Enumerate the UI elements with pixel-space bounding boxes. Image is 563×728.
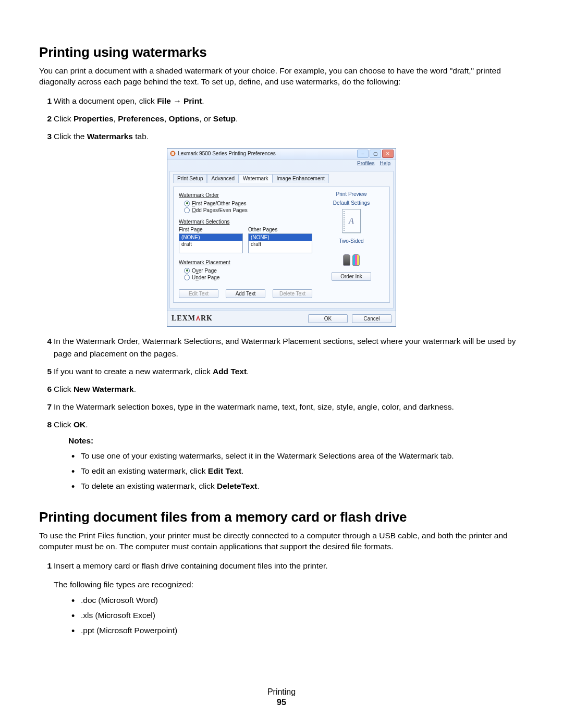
dialog-title: Lexmark 9500 Series Printing Preferences [178, 151, 355, 156]
file-types-list: .doc (Microsoft Word) .xls (Microsoft Ex… [54, 594, 524, 637]
cancel-button[interactable]: Cancel [352, 314, 391, 323]
bold-text: File [157, 96, 171, 105]
bold-text: Preferences [118, 114, 164, 123]
step-text: Click the [54, 132, 87, 141]
col-label: First Page [179, 227, 243, 232]
tab-advanced[interactable]: Advanced [207, 174, 238, 183]
ink-icons [343, 254, 360, 266]
radio-odd-even[interactable]: Odd Pages/Even Pages [179, 207, 312, 214]
list-item: .doc (Microsoft Word) [68, 594, 524, 607]
maximize-button[interactable]: ▢ [370, 150, 381, 158]
list-item[interactable]: (NONE) [179, 234, 242, 241]
profiles-link[interactable]: Profiles [357, 161, 374, 169]
radio-label: Odd Pages/Even Pages [192, 207, 248, 213]
list-text: .xls (Microsoft Excel) [81, 611, 155, 620]
step-text: tab. [133, 132, 149, 141]
step-text: . [247, 367, 249, 376]
default-settings-link[interactable]: Default Settings [333, 200, 370, 206]
step-number: 5 [41, 365, 52, 378]
help-link[interactable]: Help [380, 161, 390, 169]
print-preview-link[interactable]: Print Preview [336, 191, 367, 197]
list-text: .doc (Microsoft Word) [81, 596, 158, 604]
step-text: . [85, 420, 88, 429]
steps-list-1-cont: 4 In the Watermark Order, Watermark Sele… [39, 335, 524, 431]
note-text: To use one of your existing watermarks, … [81, 451, 454, 460]
edit-text-button[interactable]: Edit Text [179, 289, 218, 298]
order-ink-button[interactable]: Order Ink [332, 272, 371, 281]
listbox-other-pages[interactable]: (NONE) draft [248, 233, 312, 253]
steps-list-2: 1 Insert a memory card or flash drive co… [39, 560, 524, 637]
ink-black-icon [343, 254, 350, 266]
listbox-first-page[interactable]: (NONE) draft [179, 233, 243, 253]
heading-watermarks: Printing using watermarks [39, 44, 524, 60]
step-number: 1 [41, 95, 52, 107]
step-3: 3 Click the Watermarks tab. [39, 130, 524, 143]
dialog-screenshot: Lexmark 9500 Series Printing Preferences… [39, 148, 524, 327]
watermark-button-row: Edit Text Add Text Delete Text [179, 289, 312, 298]
arrow-icon: → [171, 96, 183, 105]
minimize-button[interactable]: – [357, 150, 369, 158]
ok-button[interactable]: OK [308, 314, 348, 323]
step-text: Click [54, 420, 74, 429]
list-item[interactable]: (NONE) [249, 234, 312, 241]
step-number: 6 [41, 383, 52, 396]
step-text: In the Watermark selection boxes, type i… [54, 402, 454, 411]
page-preview-icon: A [342, 209, 361, 233]
document-page: Printing using watermarks You can print … [0, 0, 563, 728]
bold-text: OK [74, 420, 85, 429]
dialog-footer-buttons: OK Cancel [308, 314, 391, 323]
step-1b: 1 Insert a memory card or flash drive co… [39, 560, 524, 637]
window-controls: – ▢ ✕ [357, 150, 394, 158]
page-number: 95 [0, 698, 563, 707]
bold-text: Properties [74, 114, 114, 123]
tab-print-setup[interactable]: Print Setup [173, 174, 207, 183]
notes-label: Notes: [68, 436, 524, 446]
footer-label: Printing [0, 687, 563, 697]
note-item: To use one of your existing watermarks, … [68, 450, 524, 462]
list-item[interactable]: draft [179, 241, 242, 248]
radio-under-page[interactable]: Under Page [179, 274, 312, 281]
step-2: 2 Click Properties, Preferences, Options… [39, 113, 524, 125]
tab-panel-watermark: Watermark Order First Page/Other Pages O… [173, 187, 390, 303]
list-item: .ppt (Microsoft Powerpoint) [68, 624, 524, 637]
panel-right: Print Preview Default Settings A Two-Sid… [319, 191, 384, 298]
radio-first-other[interactable]: First Page/Other Pages [179, 200, 312, 207]
bold-text: Add Text [213, 367, 247, 376]
step-6: 6 Click New Watermark. [39, 383, 524, 396]
tab-image-enhancement[interactable]: Image Enhancement [273, 174, 329, 183]
step-7: 7 In the Watermark selection boxes, type… [39, 401, 524, 413]
step-text: Click [54, 114, 74, 123]
close-button[interactable]: ✕ [382, 150, 394, 158]
group-title-selections: Watermark Selections [179, 219, 312, 225]
brand-part2: RK [201, 314, 213, 322]
dialog-footer: LEXMRK OK Cancel [167, 311, 396, 326]
step-1: 1 With a document open, click File → Pri… [39, 95, 524, 107]
radio-icon [184, 275, 190, 280]
dialog-body: Print Setup Advanced Watermark Image Enh… [169, 171, 394, 309]
radio-icon [184, 207, 190, 213]
two-sided-link[interactable]: Two-Sided [339, 238, 363, 244]
step-text: . [236, 114, 238, 123]
note-text: To edit an existing watermark, click [81, 466, 208, 475]
printing-preferences-dialog: Lexmark 9500 Series Printing Preferences… [167, 148, 396, 327]
tab-watermark[interactable]: Watermark [239, 174, 273, 183]
radio-icon [184, 268, 190, 274]
list-item[interactable]: draft [249, 241, 312, 248]
group-title-order: Watermark Order [179, 192, 312, 198]
step-number: 7 [41, 401, 52, 413]
radio-label: Over Page [192, 268, 217, 274]
note-text: To delete an existing watermark, click [81, 482, 217, 490]
dialog-titlebar: Lexmark 9500 Series Printing Preferences… [167, 149, 396, 159]
note-item: To delete an existing watermark, click D… [68, 480, 524, 492]
radio-over-page[interactable]: Over Page [179, 267, 312, 274]
selection-col-first: First Page (NONE) draft [179, 227, 243, 253]
step-text: Click [54, 385, 74, 393]
bold-text: Options [169, 114, 200, 123]
add-text-button[interactable]: Add Text [226, 289, 265, 298]
svg-rect-1 [172, 152, 174, 155]
radio-label: First Page/Other Pages [192, 201, 247, 206]
step-number: 2 [41, 113, 52, 125]
delete-text-button[interactable]: Delete Text [273, 289, 312, 298]
step-number: 8 [41, 418, 52, 431]
step-text: , [164, 114, 169, 123]
